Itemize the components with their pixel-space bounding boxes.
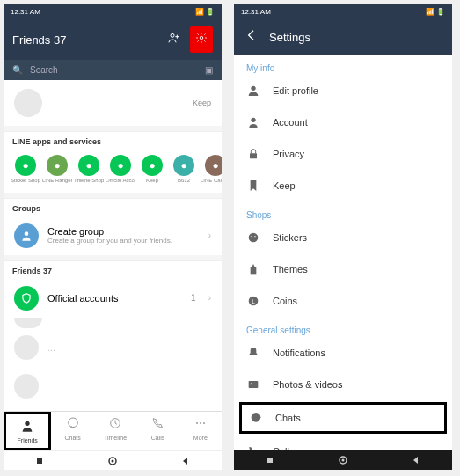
app-4[interactable]: ●Keep — [137, 155, 167, 184]
app-label: LINE Camera — [201, 178, 222, 184]
app-1[interactable]: ●LINE Rangers — [42, 155, 72, 184]
app-icon: ● — [15, 155, 36, 176]
status-time: 12:31 AM — [241, 8, 271, 16]
settings-chats[interactable]: Chats — [239, 402, 447, 434]
friends-scroll[interactable]: Keep LINE apps and services ●Sticker Sho… — [4, 80, 222, 411]
tab-friends[interactable]: Friends — [4, 412, 51, 450]
settings-notifications[interactable]: Notifications — [234, 337, 452, 369]
settings-label: Edit profile — [273, 85, 318, 96]
search-icon: 🔍 — [12, 65, 23, 75]
tab-label: Friends — [18, 437, 38, 443]
section-apps: LINE apps and services — [4, 131, 222, 150]
app-label: Keep — [146, 178, 158, 184]
app-icon: ● — [78, 155, 99, 176]
app-icon: ● — [205, 155, 222, 176]
friends-icon — [20, 419, 34, 436]
friend-row[interactable] — [4, 367, 222, 406]
tab-more[interactable]: More — [179, 412, 222, 450]
svg-point-1 — [200, 36, 203, 40]
my-profile-row[interactable]: Keep — [4, 80, 222, 126]
app-icon: ● — [47, 155, 68, 176]
themes-icon — [246, 262, 260, 276]
create-group-title: Create group — [47, 226, 200, 237]
app-icon: ● — [110, 155, 131, 176]
app-3[interactable]: ●Official Accoun.. — [106, 155, 135, 184]
friends-header: Friends 37 — [4, 19, 222, 60]
android-nav — [234, 450, 452, 470]
settings-icon[interactable] — [190, 26, 213, 53]
svg-point-13 — [251, 118, 255, 122]
chats-icon — [249, 411, 263, 425]
settings-privacy[interactable]: Privacy — [234, 138, 452, 170]
svg-point-11 — [111, 459, 113, 462]
svg-rect-14 — [250, 153, 257, 158]
notifications-icon — [246, 346, 260, 360]
settings-label: Chats — [275, 413, 301, 423]
svg-point-22 — [251, 383, 252, 384]
apps-row[interactable]: ●Sticker Shop●LINE Rangers●Theme Shop●Of… — [4, 150, 222, 193]
official-accounts-row[interactable]: Official accounts 1 › — [4, 279, 222, 318]
settings-photos[interactable]: Photos & videos — [234, 369, 452, 400]
search-bar[interactable]: 🔍 Search ▣ — [4, 60, 222, 80]
svg-rect-18 — [251, 267, 257, 274]
app-2[interactable]: ●Theme Shop — [74, 155, 104, 184]
back-icon[interactable] — [245, 28, 259, 46]
app-label: Official Accoun.. — [106, 178, 135, 184]
svg-point-12 — [251, 86, 255, 91]
settings-coins[interactable]: LCoins — [234, 285, 452, 317]
settings-themes[interactable]: Themes — [234, 253, 452, 285]
svg-point-16 — [251, 236, 252, 237]
settings-keep[interactable]: Keep — [234, 170, 452, 201]
settings-label: Privacy — [273, 149, 304, 159]
create-group-row[interactable]: Create group Create a group for you and … — [4, 216, 222, 255]
tab-calls[interactable]: Calls — [136, 412, 179, 450]
app-6[interactable]: ●LINE Camera — [201, 155, 222, 184]
add-friend-icon[interactable] — [167, 31, 181, 48]
tab-chats[interactable]: Chats — [51, 412, 93, 450]
app-label: Theme Shop — [74, 178, 104, 184]
status-time: 12:31 AM — [11, 8, 40, 16]
svg-rect-28 — [267, 458, 273, 463]
settings-edit-profile[interactable]: Edit profile — [234, 75, 452, 106]
shield-icon — [14, 286, 39, 311]
settings-stickers[interactable]: Stickers — [234, 222, 452, 253]
calls-icon — [150, 416, 164, 434]
status-icons: 📶 🔋 — [195, 8, 215, 16]
phone-left: 12:31 AM 📶 🔋 Friends 37 🔍 Search ▣ Keep … — [4, 4, 222, 470]
keep-link[interactable]: Keep — [193, 99, 211, 107]
svg-point-0 — [171, 33, 174, 37]
friend-row[interactable]: ... — [4, 328, 222, 367]
app-label: B612 — [178, 178, 190, 184]
qr-icon[interactable]: ▣ — [205, 65, 213, 75]
calls-icon — [246, 444, 260, 450]
status-icons: 📶 🔋 — [426, 8, 445, 16]
section-friends: Friends 37 — [4, 260, 222, 279]
app-5[interactable]: ●B612 — [169, 155, 199, 184]
android-nav — [4, 450, 222, 470]
app-0[interactable]: ●Sticker Shop — [11, 155, 40, 184]
svg-point-30 — [341, 459, 344, 462]
edit-profile-icon — [246, 84, 260, 98]
settings-account[interactable]: Account — [234, 106, 452, 138]
friend-avatar-partial — [14, 318, 42, 328]
create-group-sub: Create a group for you and your friends. — [47, 237, 200, 245]
section-general: General settings — [234, 317, 452, 337]
official-title: Official accounts — [47, 293, 182, 304]
settings-scroll[interactable]: My info Edit profileAccountPrivacyKeep S… — [234, 55, 452, 450]
tab-label: Calls — [151, 435, 165, 441]
avatar — [14, 89, 42, 117]
app-label: LINE Rangers — [42, 178, 72, 184]
stickers-icon — [246, 231, 260, 245]
timeline-icon — [108, 416, 122, 434]
phone-right: 12:31 AM 📶 🔋 Settings My info Edit profi… — [234, 4, 452, 470]
group-add-icon — [14, 223, 39, 248]
settings-calls[interactable]: Calls — [234, 436, 452, 450]
svg-rect-21 — [249, 381, 259, 388]
settings-title: Settings — [269, 31, 310, 44]
settings-label: Coins — [273, 296, 297, 306]
avatar — [14, 335, 39, 360]
svg-point-4 — [68, 418, 77, 428]
tab-timeline[interactable]: Timeline — [94, 412, 136, 450]
svg-text:L: L — [252, 298, 255, 304]
page-title: Friends 37 — [12, 33, 66, 47]
